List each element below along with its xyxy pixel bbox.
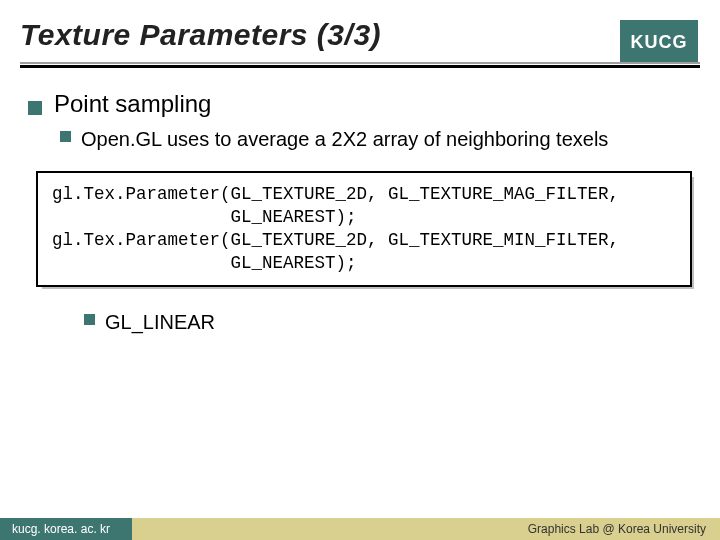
bullet-level2-text: Open.GL uses to average a 2X2 array of n… (81, 126, 608, 153)
footer-right-text: Graphics Lab @ Korea University (528, 518, 706, 540)
slide-title: Texture Parameters (3/3) (20, 18, 700, 52)
logo-badge: KUCG (620, 20, 698, 64)
divider-line-light (20, 62, 700, 64)
bullet-level2: Open.GL uses to average a 2X2 array of n… (60, 126, 700, 153)
slide-header: Texture Parameters (3/3) KUCG (0, 0, 720, 62)
divider-line-dark (20, 65, 700, 68)
footer-url: kucg. korea. ac. kr (12, 522, 110, 536)
bullet-level2: GL_LINEAR (84, 309, 700, 336)
code-block: gl.Tex.Parameter(GL_TEXTURE_2D, GL_TEXTU… (36, 171, 692, 287)
bullet-square-icon (60, 131, 71, 142)
bullet-level1: Point sampling (28, 90, 700, 118)
bullet-square-icon (28, 101, 42, 115)
code-text: gl.Tex.Parameter(GL_TEXTURE_2D, GL_TEXTU… (36, 171, 692, 287)
footer-left-box: kucg. korea. ac. kr (0, 518, 132, 540)
bullet-level2-text: GL_LINEAR (105, 309, 215, 336)
slide-footer: kucg. korea. ac. kr Graphics Lab @ Korea… (0, 518, 720, 540)
bullet-level1-text: Point sampling (54, 90, 211, 118)
slide-content: Point sampling Open.GL uses to average a… (0, 62, 720, 336)
bullet-square-icon (84, 314, 95, 325)
